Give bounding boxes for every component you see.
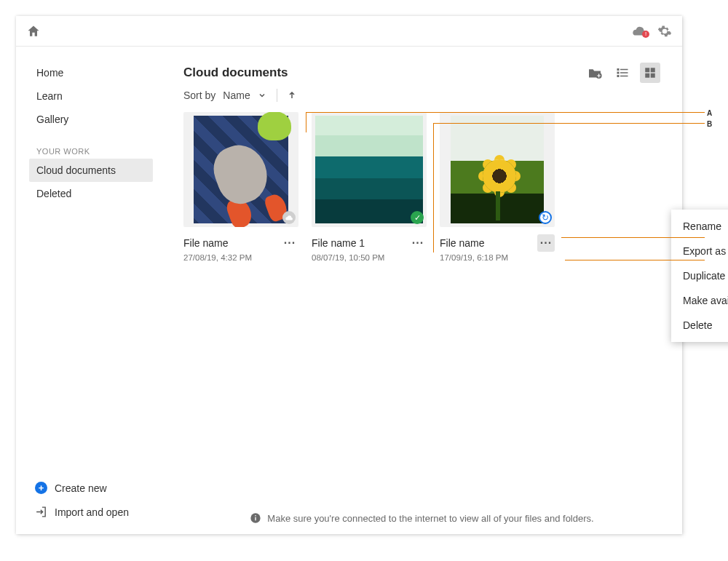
settings-icon[interactable] bbox=[657, 24, 672, 39]
callout-line-b bbox=[433, 123, 705, 124]
cloud-status-icon[interactable]: ! bbox=[631, 25, 647, 37]
file-date: 17/09/19, 6:18 PM bbox=[440, 253, 555, 262]
svg-rect-5 bbox=[617, 75, 620, 77]
sidebar-item-learn[interactable]: Learn bbox=[29, 84, 153, 108]
svg-rect-2 bbox=[620, 69, 628, 71]
more-button[interactable]: ··· bbox=[281, 234, 298, 252]
more-button[interactable]: ··· bbox=[537, 234, 555, 252]
callout-line-b-vert bbox=[433, 123, 434, 252]
svg-rect-10 bbox=[651, 73, 655, 78]
grid-view-button[interactable] bbox=[640, 63, 660, 83]
svg-rect-7 bbox=[645, 68, 649, 72]
menu-item-offline[interactable]: Make available offline bbox=[671, 288, 728, 313]
file-thumbnail bbox=[183, 112, 298, 227]
callout-line-d bbox=[565, 260, 705, 260]
callout-line-a bbox=[306, 112, 705, 113]
status-message: Make sure you're connected to the intern… bbox=[267, 513, 593, 524]
app-frame: ! Home Learn Gallery YOUR WORK Cloud doc… bbox=[16, 16, 682, 534]
main-header: Cloud documents bbox=[162, 47, 682, 84]
svg-rect-6 bbox=[620, 76, 628, 77]
sidebar-section-your-work: YOUR WORK bbox=[29, 147, 153, 156]
cloud-icon bbox=[282, 211, 296, 224]
main: Cloud documents Sort by Name bbox=[162, 47, 682, 534]
file-date: 08/07/19, 10:50 PM bbox=[312, 253, 427, 262]
file-grid: File name ··· 27/08/19, 4:32 PM ✓ File n… bbox=[162, 112, 682, 262]
sort-direction-icon[interactable] bbox=[288, 90, 296, 100]
sort-divider bbox=[277, 89, 277, 102]
sidebar-item-home[interactable]: Home bbox=[29, 61, 153, 84]
more-button[interactable]: ··· bbox=[409, 234, 427, 252]
menu-item-duplicate[interactable]: Duplicate bbox=[671, 263, 728, 288]
callout-line-c bbox=[561, 237, 705, 238]
sidebar: Home Learn Gallery YOUR WORK Cloud docum… bbox=[16, 47, 162, 534]
svg-rect-8 bbox=[651, 68, 655, 72]
svg-rect-4 bbox=[620, 72, 628, 73]
sidebar-item-cloud-documents[interactable]: Cloud documents bbox=[29, 159, 153, 182]
context-menu: Rename Export as PSD Duplicate Make avai… bbox=[671, 210, 728, 342]
create-new-label: Create new bbox=[55, 482, 107, 494]
new-folder-button[interactable] bbox=[585, 63, 605, 83]
file-card[interactable]: ↻ File name ··· 17/09/19, 6:18 PM bbox=[440, 112, 555, 262]
cloud-alert-badge: ! bbox=[642, 31, 649, 38]
sort-row: Sort by Name bbox=[162, 84, 682, 112]
status-strip: Make sure you're connected to the intern… bbox=[162, 502, 682, 534]
file-card[interactable]: File name ··· 27/08/19, 4:32 PM bbox=[183, 112, 298, 262]
menu-item-delete[interactable]: Delete bbox=[671, 313, 728, 338]
create-new-button[interactable]: + Create new bbox=[29, 476, 153, 500]
svg-rect-3 bbox=[617, 72, 620, 74]
body: Home Learn Gallery YOUR WORK Cloud docum… bbox=[16, 47, 682, 534]
import-open-label: Import and open bbox=[55, 506, 129, 518]
svg-rect-9 bbox=[645, 73, 649, 78]
import-icon bbox=[35, 506, 47, 518]
file-thumbnail: ↻ bbox=[440, 112, 555, 227]
svg-rect-13 bbox=[256, 515, 256, 516]
sidebar-item-deleted[interactable]: Deleted bbox=[29, 182, 153, 205]
view-controls bbox=[585, 63, 660, 83]
info-icon bbox=[250, 512, 261, 524]
topbar: ! bbox=[16, 16, 682, 47]
home-icon[interactable] bbox=[26, 24, 41, 39]
chevron-down-icon[interactable] bbox=[258, 91, 266, 100]
callout-line-a-vert bbox=[306, 112, 306, 132]
sort-value[interactable]: Name bbox=[223, 89, 250, 101]
svg-rect-12 bbox=[256, 517, 256, 521]
list-view-button[interactable] bbox=[612, 63, 633, 83]
sync-icon: ↻ bbox=[539, 211, 552, 224]
svg-rect-1 bbox=[617, 68, 620, 71]
file-name: File name bbox=[440, 237, 484, 249]
file-name: File name 1 bbox=[312, 237, 365, 249]
file-thumbnail: ✓ bbox=[312, 112, 427, 227]
file-card[interactable]: ✓ File name 1 ··· 08/07/19, 10:50 PM bbox=[312, 112, 427, 262]
menu-item-rename[interactable]: Rename bbox=[671, 214, 728, 239]
callout-label-b: B bbox=[707, 120, 712, 128]
callout-label-a: A bbox=[707, 109, 712, 117]
file-date: 27/08/19, 4:32 PM bbox=[183, 253, 298, 262]
page-title: Cloud documents bbox=[183, 65, 288, 80]
import-open-button[interactable]: Import and open bbox=[29, 500, 153, 524]
sort-by-label: Sort by bbox=[183, 89, 215, 101]
sidebar-item-gallery[interactable]: Gallery bbox=[29, 108, 153, 131]
check-icon: ✓ bbox=[411, 211, 424, 224]
file-name: File name bbox=[183, 237, 228, 249]
plus-icon: + bbox=[35, 482, 47, 494]
